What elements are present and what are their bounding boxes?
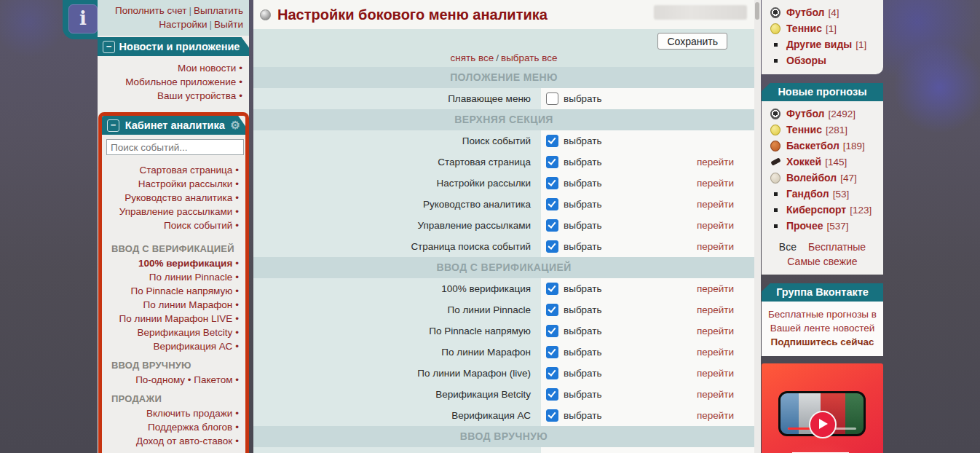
checkbox[interactable] — [546, 346, 558, 358]
sidebar-item-start-page[interactable]: Стартовая страница• — [102, 163, 245, 177]
sidebar-item-autobet-income[interactable]: Доход от авто-ставок• — [102, 434, 245, 448]
info-icon[interactable]: i — [68, 4, 98, 34]
filter-all-link[interactable]: Все — [779, 241, 797, 253]
search-input[interactable] — [106, 139, 244, 155]
scrollbar-thumb[interactable] — [755, 2, 759, 20]
sidebar-item-pinnacle-line[interactable]: По линии Pinnacle• — [102, 270, 245, 284]
checkbox[interactable] — [546, 92, 558, 105]
sidebar-item-label[interactable]: Мобильное приложение — [125, 76, 236, 87]
vk-subscribe-link[interactable]: Подпишитесь сейчас — [764, 335, 880, 349]
sidebar-item-analyst-guide[interactable]: Руководство аналитика• — [102, 191, 245, 205]
sidebar-item-label[interactable]: Настройки рассылки — [138, 178, 233, 189]
sidebar-item-mailing-manage[interactable]: Управление рассылками• — [102, 205, 245, 218]
sidebar-item-label[interactable]: Управление рассылками — [119, 206, 232, 217]
sidebar-item-mobile-app[interactable]: Мобильное приложение• — [98, 75, 249, 89]
checkbox[interactable] — [546, 135, 558, 147]
collapse-icon[interactable]: − — [107, 119, 119, 132]
sport-item-other[interactable]: Другие виды [1] — [762, 36, 883, 52]
sport-label[interactable]: Прочее — [786, 220, 823, 232]
sport-label[interactable]: Баскетбол — [786, 140, 839, 151]
sidebar-item-label[interactable]: Мои новости — [178, 63, 236, 74]
goto-link[interactable]: перейти — [697, 157, 734, 168]
payout-link[interactable]: Выплатить — [194, 5, 243, 16]
goto-link[interactable]: перейти — [697, 347, 734, 358]
sidebar-item-my-news[interactable]: Мои новости• — [98, 61, 249, 75]
top-up-link[interactable]: Пополнить счет — [115, 5, 186, 16]
checkbox[interactable] — [546, 240, 558, 253]
goto-link[interactable]: перейти — [697, 199, 734, 210]
sidebar-item-label[interactable]: Поиск событий — [164, 220, 232, 231]
settings-link[interactable]: Настройки — [159, 19, 207, 30]
filter-fresh-link[interactable]: Самые свежие — [787, 256, 857, 267]
goto-link[interactable]: перейти — [697, 368, 734, 379]
uncheck-all-link[interactable]: снять все — [450, 52, 494, 63]
forecast-item-basketball[interactable]: Баскетбол [189] — [762, 138, 883, 154]
scrollbar[interactable] — [754, 0, 761, 453]
live-streams-banner[interactable]: ПРЯМЫЕТРАНСЛЯЦИИ — [762, 363, 883, 453]
sport-label[interactable]: Хоккей — [786, 156, 821, 168]
sidebar-item-label[interactable]: 100% верификация — [138, 258, 232, 269]
sport-label[interactable]: Футбол — [786, 7, 825, 18]
checkbox[interactable] — [546, 219, 558, 232]
sidebar-item-label[interactable]: Поддержка блогов — [148, 422, 232, 433]
goto-link[interactable]: перейти — [697, 410, 734, 421]
goto-link[interactable]: перейти — [697, 178, 734, 189]
sport-label[interactable]: Теннис — [786, 124, 822, 135]
sidebar-item-marathon-line[interactable]: По линии Марафон• — [102, 298, 245, 312]
forecast-item-handball[interactable]: Гандбол [53] — [762, 186, 883, 202]
sidebar-item-devices[interactable]: Ваши устройства• — [98, 89, 249, 103]
sport-label[interactable]: Футбол — [786, 108, 825, 119]
sidebar-item-100-verification[interactable]: 100% верификация• — [102, 256, 245, 270]
forecast-item-tennis[interactable]: Теннис [281] — [762, 122, 883, 138]
sidebar-item-label[interactable]: Доход от авто-ставок — [136, 436, 232, 446]
forecast-item-volleyball[interactable]: Волейбол [47] — [762, 170, 883, 186]
sport-label[interactable]: Обзоры — [786, 55, 826, 66]
forecast-item-football[interactable]: Футбол [2492] — [762, 106, 883, 122]
sidebar-item-label[interactable]: По линии Марафон LIVE — [119, 313, 233, 324]
sidebar-item-label[interactable]: По линии Марафон — [143, 299, 233, 310]
sport-item-reviews[interactable]: Обзоры — [762, 52, 883, 68]
checkbox[interactable] — [546, 388, 558, 401]
sidebar-item-one-by-one[interactable]: По-одному — [135, 374, 185, 385]
checkbox[interactable] — [546, 283, 558, 295]
sidebar-item-betcity-verif[interactable]: Верификация Betcity• — [102, 326, 245, 339]
checkbox[interactable] — [546, 325, 558, 337]
sidebar-item-event-search[interactable]: Поиск событий• — [102, 218, 245, 232]
gear-icon[interactable]: ⚙ — [231, 119, 240, 132]
goto-link[interactable]: перейти — [697, 241, 734, 252]
sidebar-item-enable-sales[interactable]: Включить продажи• — [102, 406, 245, 420]
forecast-item-hockey[interactable]: Хоккей [145] — [762, 154, 883, 170]
sidebar-item-batch[interactable]: Пакетом — [194, 374, 232, 385]
filter-free-link[interactable]: Бесплатные — [808, 241, 866, 253]
sidebar-item-blog-support[interactable]: Поддержка блогов• — [102, 420, 245, 434]
forecast-item-esports[interactable]: Киберспорт [123] — [762, 202, 883, 218]
collapse-icon[interactable]: − — [103, 41, 115, 53]
sport-label[interactable]: Теннис — [786, 23, 822, 34]
sport-item-football[interactable]: Футбол [4] — [762, 4, 883, 20]
sport-label[interactable]: Киберспорт — [786, 204, 846, 216]
sidebar-item-label[interactable]: Ваши устройства — [157, 90, 236, 101]
checkbox[interactable] — [546, 367, 558, 379]
goto-link[interactable]: перейти — [697, 220, 734, 231]
play-icon[interactable] — [809, 411, 837, 438]
sidebar-item-label[interactable]: Верификация Betcity — [137, 327, 232, 338]
sidebar-item-mailing-settings[interactable]: Настройки рассылки• — [102, 177, 245, 191]
sidebar-item-label[interactable]: По Pinnacle напрямую — [131, 285, 233, 296]
sidebar-item-ac-verif[interactable]: Верификация АС• — [102, 339, 245, 353]
goto-link[interactable]: перейти — [697, 389, 734, 400]
sidebar-item-label[interactable]: Стартовая страница — [139, 165, 232, 176]
check-all-link[interactable]: выбрать все — [501, 52, 558, 63]
checkbox[interactable] — [546, 304, 558, 316]
forecast-item-misc[interactable]: Прочее [537] — [762, 218, 883, 234]
sport-label[interactable]: Гандбол — [786, 188, 829, 200]
checkbox[interactable] — [546, 409, 558, 422]
checkbox[interactable] — [546, 156, 558, 168]
sidebar-item-label[interactable]: Верификация АС — [154, 341, 233, 352]
save-button[interactable]: Сохранить — [657, 33, 727, 50]
sport-label[interactable]: Другие виды — [786, 39, 852, 50]
logout-link[interactable]: Выйти — [214, 19, 243, 30]
sport-label[interactable]: Волейбол — [786, 172, 837, 184]
sidebar-item-label[interactable]: По линии Pinnacle — [149, 272, 232, 283]
goto-link[interactable]: перейти — [697, 304, 734, 315]
checkbox[interactable] — [546, 198, 558, 210]
